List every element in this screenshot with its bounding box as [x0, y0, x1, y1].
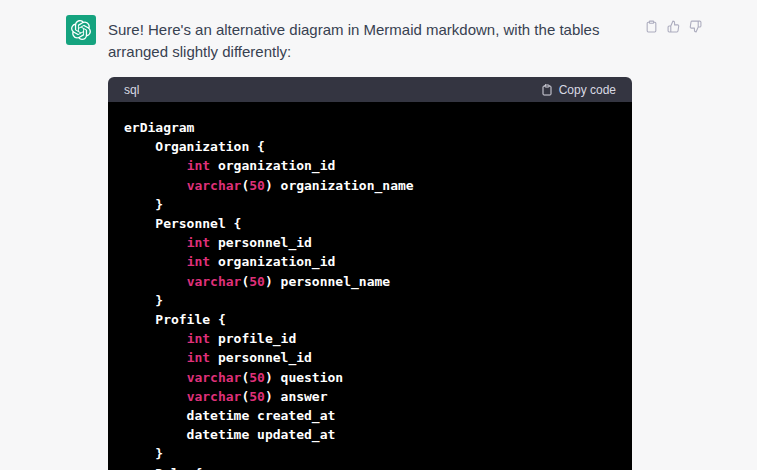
code-line: } — [124, 195, 616, 214]
code-line: varchar(50) answer — [124, 387, 616, 406]
copy-icon — [645, 20, 658, 33]
copy-code-label: Copy code — [559, 83, 616, 97]
code-line: } — [124, 444, 616, 463]
code-line: varchar(50) organization_name — [124, 176, 616, 195]
copy-code-button[interactable]: Copy code — [541, 83, 616, 97]
thumbs-down-button[interactable] — [689, 20, 702, 33]
code-language-label: sql — [124, 83, 139, 97]
code-line: int personnel_id — [124, 233, 616, 252]
code-line: int organization_id — [124, 156, 616, 175]
code-line: int personnel_id — [124, 348, 616, 367]
code-line: Role { — [124, 464, 616, 470]
code-line: int profile_id — [124, 329, 616, 348]
code-line: int organization_id — [124, 252, 616, 271]
code-line: Profile { — [124, 310, 616, 329]
thumbs-up-button[interactable] — [667, 20, 680, 33]
code-line: varchar(50) question — [124, 368, 616, 387]
code-line: datetime updated_at — [124, 425, 616, 444]
thumbs-down-icon — [689, 20, 702, 33]
code-line: erDiagram — [124, 118, 616, 137]
thumbs-up-icon — [667, 20, 680, 33]
code-content: erDiagram Organization { int organizatio… — [108, 102, 632, 470]
clipboard-icon — [541, 84, 553, 96]
openai-logo-icon — [71, 20, 91, 40]
code-line: varchar(50) personnel_name — [124, 272, 616, 291]
code-line: Personnel { — [124, 214, 616, 233]
code-block: sql Copy code erDiagram Organization { i… — [108, 77, 632, 470]
message-actions — [645, 15, 702, 33]
message-text: Sure! Here's an alternative diagram in M… — [108, 15, 632, 63]
assistant-message: Sure! Here's an alternative diagram in M… — [0, 0, 757, 470]
code-line: } — [124, 291, 616, 310]
message-content: Sure! Here's an alternative diagram in M… — [108, 15, 632, 470]
code-block-header: sql Copy code — [108, 77, 632, 102]
code-line: datetime created_at — [124, 406, 616, 425]
copy-message-button[interactable] — [645, 20, 658, 33]
code-line: Organization { — [124, 137, 616, 156]
assistant-avatar — [66, 15, 96, 45]
